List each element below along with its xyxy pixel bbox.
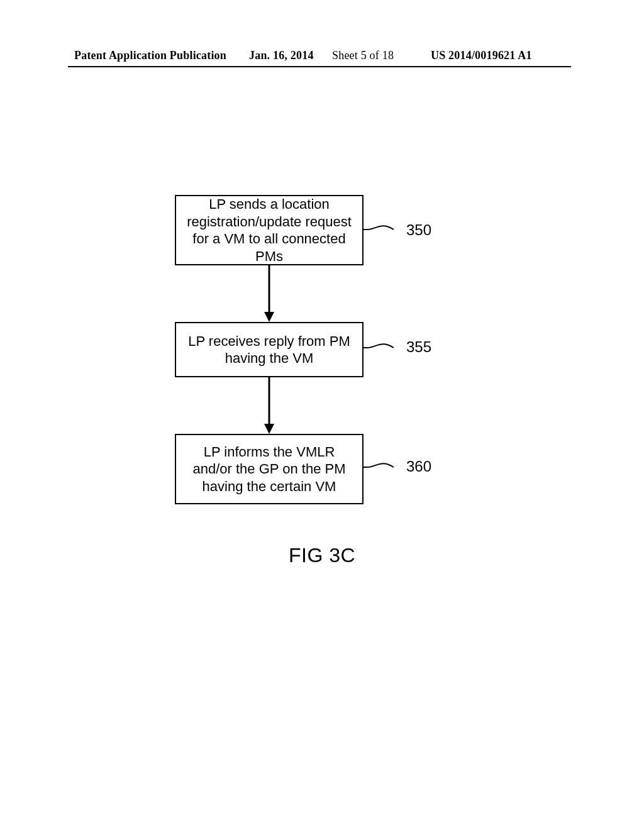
- ref-number-355: 355: [406, 338, 431, 356]
- flow-step-355: LP receives reply from PM having the VM: [175, 322, 364, 377]
- header-pubno: US 2014/0019621 A1: [431, 49, 532, 62]
- flow-step-350: LP sends a location registration/update …: [175, 195, 364, 265]
- flow-arrow: [268, 265, 270, 322]
- figure-caption: FIG 3C: [0, 544, 644, 567]
- ref-connector: [364, 338, 401, 357]
- header-sheet: Sheet 5 of 18: [332, 49, 394, 62]
- ref-number-350: 350: [406, 221, 431, 239]
- ref-connector: [364, 458, 401, 477]
- flow-step-360: LP informs the VMLR and/or the GP on the…: [175, 434, 364, 504]
- header-rule: [68, 66, 571, 67]
- ref-number-360: 360: [406, 458, 431, 475]
- flow-arrow: [268, 377, 270, 434]
- flow-step-text: LP receives reply from PM having the VM: [182, 333, 356, 367]
- ref-connector: [364, 220, 401, 239]
- svg-marker-1: [264, 312, 274, 322]
- flow-step-text: LP sends a location registration/update …: [182, 196, 356, 265]
- header-publication: Patent Application Publication: [74, 49, 226, 62]
- svg-marker-3: [264, 424, 274, 434]
- flow-step-text: LP informs the VMLR and/or the GP on the…: [182, 443, 356, 495]
- header-date: Jan. 16, 2014: [249, 49, 314, 62]
